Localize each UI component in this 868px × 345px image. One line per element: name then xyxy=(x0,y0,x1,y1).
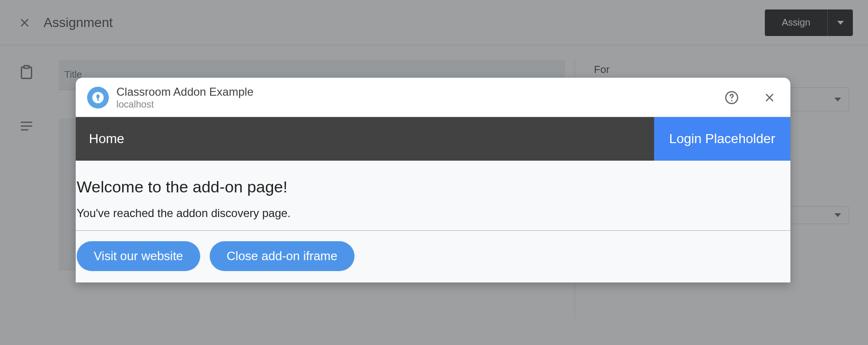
nav-login-tab[interactable]: Login Placeholder xyxy=(654,117,790,161)
help-icon xyxy=(725,91,739,105)
help-button[interactable] xyxy=(722,88,741,107)
addon-logo-icon xyxy=(87,87,109,109)
nav-home-tab[interactable]: Home xyxy=(76,117,654,161)
discovery-text: You've reached the addon discovery page. xyxy=(76,207,790,230)
content-divider xyxy=(76,230,790,231)
addon-iframe: Home Login Placeholder Welcome to the ad… xyxy=(76,117,790,282)
addon-modal: Classroom Addon Example localhost Home L… xyxy=(76,78,790,282)
addon-subtitle: localhost xyxy=(116,99,715,110)
close-iframe-button[interactable]: Close add-on iframe xyxy=(210,241,354,271)
svg-point-1 xyxy=(731,100,733,101)
iframe-button-row: Visit our website Close add-on iframe xyxy=(76,241,790,271)
visit-website-button[interactable]: Visit our website xyxy=(77,241,200,271)
iframe-content-area: Welcome to the add-on page! You've reach… xyxy=(76,161,790,282)
addon-title-block: Classroom Addon Example localhost xyxy=(116,85,715,110)
close-modal-button[interactable] xyxy=(760,88,779,107)
welcome-heading: Welcome to the add-on page! xyxy=(76,178,790,207)
close-icon xyxy=(763,91,776,104)
addon-title: Classroom Addon Example xyxy=(116,85,715,99)
iframe-nav-bar: Home Login Placeholder xyxy=(76,117,790,161)
addon-modal-header: Classroom Addon Example localhost xyxy=(76,78,790,117)
